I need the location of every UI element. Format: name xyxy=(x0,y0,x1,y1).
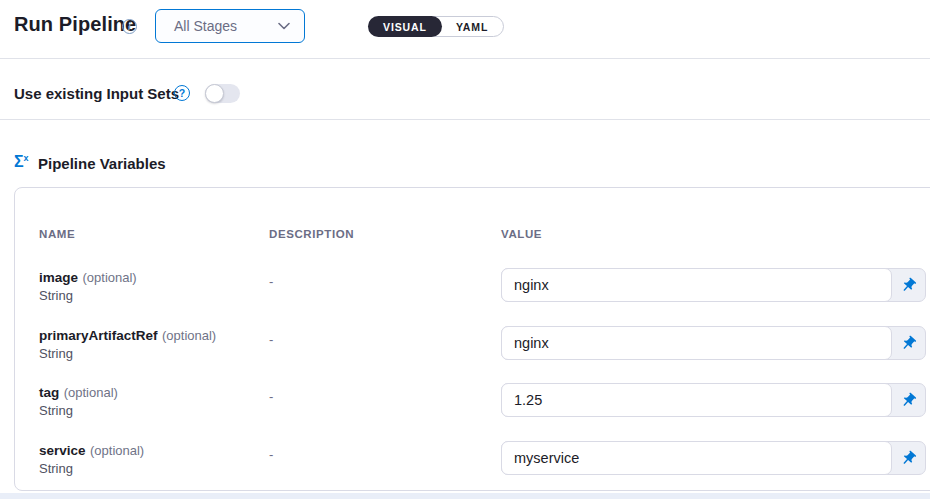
variable-type: String xyxy=(39,403,73,418)
stage-selector-value: All Stages xyxy=(174,18,278,34)
variable-value-group xyxy=(501,268,926,302)
variable-name: image xyxy=(39,270,78,285)
variable-type: String xyxy=(39,461,73,476)
table-row: tag (optional) String - xyxy=(15,379,930,436)
variable-optional-label: (optional) xyxy=(64,385,118,400)
pipeline-variables-icon: Σx xyxy=(14,153,29,171)
variable-name: service xyxy=(39,443,86,458)
pin-icon[interactable] xyxy=(892,327,925,359)
tab-yaml[interactable]: YAML xyxy=(441,17,503,36)
variable-name-cell: image (optional) String xyxy=(39,268,137,304)
pipeline-variables-card: NAME DESCRIPTION VALUE image (optional) … xyxy=(14,187,930,491)
variable-value-input[interactable] xyxy=(501,441,892,475)
pipeline-variables-title: Pipeline Variables xyxy=(38,155,166,172)
variable-value-input[interactable] xyxy=(501,326,892,360)
variable-name-cell: service (optional) String xyxy=(39,441,144,477)
table-row: service (optional) String - xyxy=(15,437,930,494)
use-existing-input-sets-label: Use existing Input Sets xyxy=(14,85,179,102)
tab-visual[interactable]: VISUAL xyxy=(368,16,442,37)
stage-selector-dropdown[interactable]: All Stages xyxy=(155,9,305,43)
header-divider xyxy=(0,58,930,59)
variable-name: primaryArtifactRef xyxy=(39,328,158,343)
table-row: primaryArtifactRef (optional) String - xyxy=(15,322,930,379)
variable-optional-label: (optional) xyxy=(82,270,136,285)
pin-icon[interactable] xyxy=(892,269,925,301)
variable-description: - xyxy=(269,274,273,289)
pin-icon[interactable] xyxy=(892,384,925,416)
variable-value-group xyxy=(501,326,926,360)
column-header-value: VALUE xyxy=(501,228,542,240)
column-header-description: DESCRIPTION xyxy=(269,228,354,240)
toggle-knob xyxy=(205,84,224,103)
visual-yaml-toggle: VISUAL YAML xyxy=(368,16,504,37)
variable-value-input[interactable] xyxy=(501,383,892,417)
variable-description: - xyxy=(269,332,273,347)
variable-type: String xyxy=(39,346,73,361)
info-icon[interactable]: i xyxy=(122,19,137,34)
section-divider xyxy=(0,119,930,120)
variable-value-group xyxy=(501,441,926,475)
variable-description: - xyxy=(269,389,273,404)
pin-icon[interactable] xyxy=(892,442,925,474)
variable-name-cell: tag (optional) String xyxy=(39,383,118,419)
next-section-edge xyxy=(0,493,930,499)
run-pipeline-dialog: Run Pipeline i All Stages VISUAL YAML Us… xyxy=(0,0,930,499)
variable-name-cell: primaryArtifactRef (optional) String xyxy=(39,326,216,362)
table-row: image (optional) String - xyxy=(15,264,930,321)
variable-value-group xyxy=(501,383,926,417)
page-title: Run Pipeline xyxy=(14,13,136,36)
help-icon[interactable]: ? xyxy=(174,85,190,101)
variable-type: String xyxy=(39,288,73,303)
variable-optional-label: (optional) xyxy=(90,443,144,458)
column-header-name: NAME xyxy=(39,228,75,240)
input-sets-toggle[interactable] xyxy=(205,84,240,103)
chevron-down-icon xyxy=(278,22,290,30)
variable-description: - xyxy=(269,447,273,462)
variable-value-input[interactable] xyxy=(501,268,892,302)
variable-name: tag xyxy=(39,385,59,400)
variable-optional-label: (optional) xyxy=(162,328,216,343)
